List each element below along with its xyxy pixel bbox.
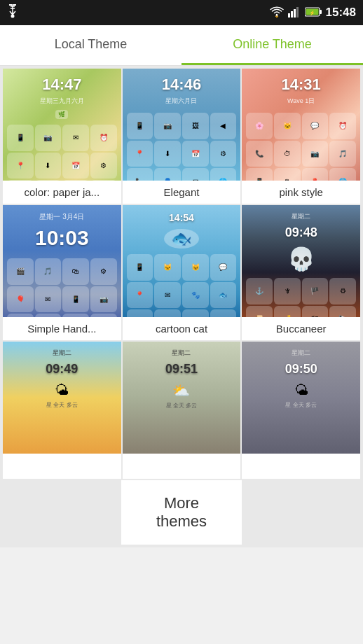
theme-grid: 14:47 星期三九月六月 🌿 📱 📷 ✉ ⏰ 📍 ⬇ 📅 ⚙ 🎵 ⏱ 🌐 <box>0 66 363 479</box>
signal-icon <box>288 6 301 20</box>
theme-name-1: color: paper ja... <box>22 181 103 204</box>
theme-card-9[interactable]: 星期二 09:50 🌤 星 全天 多云 <box>242 342 360 479</box>
more-themes-button[interactable]: More themes <box>121 480 242 545</box>
theme-card-5[interactable]: 14:54 🐟 📱 🐱 😺 💬 📍 ✉ 🐾 🐟 ⚙ ⬇ ✉ 📅 <box>123 205 241 340</box>
svg-rect-7 <box>296 7 299 18</box>
theme-card-6[interactable]: 星期二 09:48 💀 ⚓ 🗡 🏴 ⚙ 📜 💰 🗺 🔭 Buccaneer <box>242 205 360 340</box>
theme-name-8 <box>179 454 184 479</box>
theme-card-7[interactable]: 星期二 09:49 🌤 星 全天 多云 <box>3 342 121 479</box>
theme-card-1[interactable]: 14:47 星期三九月六月 🌿 📱 📷 ✉ ⏰ 📍 ⬇ 📅 ⚙ 🎵 ⏱ 🌐 <box>3 69 121 204</box>
thumb-time-5: 14:54 <box>169 212 194 223</box>
theme-thumb-4: 星期一 3月4日 10:03 🎬 🎵 🛍 ⚙ 🎈 ✉ 📱 📷 ⚙ ✦ ✉ 📅 <box>3 205 121 317</box>
thumb-time-1: 14:47 <box>42 76 81 94</box>
tab-local[interactable]: Local Theme <box>0 25 182 65</box>
tab-local-label: Local Theme <box>55 37 128 52</box>
usb-icon <box>7 4 18 21</box>
theme-name-4: Simple Hand... <box>25 317 99 340</box>
theme-thumb-8: 星期二 09:51 ⛅ 星 全天 多云 <box>123 342 241 454</box>
theme-thumb-2: 14:46 星期六月日 📱 📷 🖼 ◀ 📍 ⬇ 📅 ⚙ 📞 👤 ✉ 🌐 <box>123 69 241 181</box>
clock-display: 15:48 <box>326 6 356 20</box>
tab-bar: Local Theme Online Theme <box>0 25 363 66</box>
more-themes-wrapper: More themes <box>0 479 363 547</box>
tab-online-label: Online Theme <box>233 37 312 52</box>
theme-card-2[interactable]: 14:46 星期六月日 📱 📷 🖼 ◀ 📍 ⬇ 📅 ⚙ 📞 👤 ✉ 🌐 <box>123 69 241 204</box>
battery-icon: ⚡ <box>305 7 322 19</box>
thumb-time-4: 10:03 <box>35 226 89 250</box>
svg-point-2 <box>11 15 15 18</box>
theme-thumb-5: 14:54 🐟 📱 🐱 😺 💬 📍 ✉ 🐾 🐟 ⚙ ⬇ ✉ 📅 <box>123 205 241 317</box>
theme-thumb-7: 星期二 09:49 🌤 星 全天 多云 <box>3 342 121 454</box>
theme-thumb-1: 14:47 星期三九月六月 🌿 📱 📷 ✉ ⏰ 📍 ⬇ 📅 ⚙ 🎵 ⏱ 🌐 <box>3 69 121 181</box>
tab-online[interactable]: Online Theme <box>182 25 363 65</box>
theme-card-4[interactable]: 星期一 3月4日 10:03 🎬 🎵 🛍 ⚙ 🎈 ✉ 📱 📷 ⚙ ✦ ✉ 📅 <box>3 205 121 340</box>
status-bar: ⚡ 15:48 <box>0 0 363 25</box>
status-left-icons <box>7 4 18 21</box>
theme-name-7 <box>59 454 64 479</box>
theme-thumb-3: 14:31 Wave 1日 🌸 🐱 💬 ⏰ 📞 ⏱ 📷 🎵 📱 ⚙ 📍 🌐 <box>242 69 360 181</box>
svg-text:⚡: ⚡ <box>308 10 315 16</box>
svg-rect-5 <box>291 11 293 18</box>
status-right-icons: ⚡ 15:48 <box>270 6 356 20</box>
theme-name-9 <box>299 454 304 479</box>
theme-name-5: cartoon cat <box>153 317 210 340</box>
thumb-time-2: 14:46 <box>162 76 201 94</box>
svg-rect-1 <box>13 4 16 6</box>
theme-thumb-9: 星期二 09:50 🌤 星 全天 多云 <box>242 342 360 454</box>
theme-card-8[interactable]: 星期二 09:51 ⛅ 星 全天 多云 <box>123 342 241 479</box>
theme-name-3: pink style <box>276 181 326 204</box>
theme-name-6: Buccaneer <box>273 317 329 340</box>
svg-rect-0 <box>9 4 12 6</box>
theme-thumb-6: 星期二 09:48 💀 ⚓ 🗡 🏴 ⚙ 📜 💰 🗺 🔭 <box>242 205 360 317</box>
thumb-time-3: 14:31 <box>282 76 321 94</box>
svg-rect-6 <box>294 9 296 18</box>
theme-name-2: Elegant <box>161 181 203 204</box>
wifi-icon <box>270 6 284 20</box>
theme-card-3[interactable]: 14:31 Wave 1日 🌸 🐱 💬 ⏰ 📞 ⏱ 📷 🎵 📱 ⚙ 📍 🌐 <box>242 69 360 204</box>
svg-rect-9 <box>320 10 322 14</box>
svg-rect-4 <box>288 13 290 18</box>
